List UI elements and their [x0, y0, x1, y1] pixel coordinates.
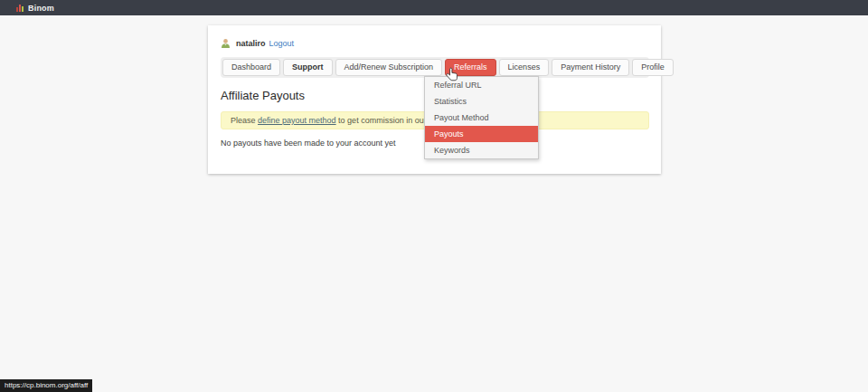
nav-button-referrals[interactable]: Referrals [445, 59, 496, 76]
dropdown-item-statistics[interactable]: Statistics [425, 93, 538, 110]
binom-logo-icon [16, 5, 24, 12]
nav-button-dashboard[interactable]: Dashboard [222, 59, 280, 76]
status-bar-url: https://cp.binom.org/aff/aff [0, 379, 92, 392]
dropdown-item-payout-method[interactable]: Payout Method [425, 110, 538, 126]
dropdown-item-referral-url[interactable]: Referral URL [425, 77, 538, 93]
user-avatar-icon [221, 38, 231, 48]
username: nataliro [236, 39, 266, 48]
user-row: nataliro Logout [221, 37, 648, 49]
define-payout-method-link[interactable]: define payout method [258, 116, 336, 125]
nav-button-licenses[interactable]: Licenses [499, 59, 550, 76]
dropdown-item-payouts[interactable]: Payouts [425, 126, 538, 142]
dropdown-item-keywords[interactable]: Keywords [425, 142, 538, 158]
nav-button-add-renew-subscription[interactable]: Add/Renew Subscription [335, 59, 443, 76]
nav-button-profile[interactable]: Profile [632, 59, 674, 76]
logout-link[interactable]: Logout [269, 39, 295, 48]
topbar: Binom [0, 0, 868, 15]
nav-bar: DashboardSupportAdd/Renew SubscriptionRe… [221, 57, 649, 78]
referrals-dropdown-menu: Referral URLStatisticsPayout MethodPayou… [424, 76, 539, 159]
nav-button-payment-history[interactable]: Payment History [552, 59, 629, 76]
nav-button-support[interactable]: Support [283, 59, 333, 76]
brand-name: Binom [28, 4, 54, 13]
